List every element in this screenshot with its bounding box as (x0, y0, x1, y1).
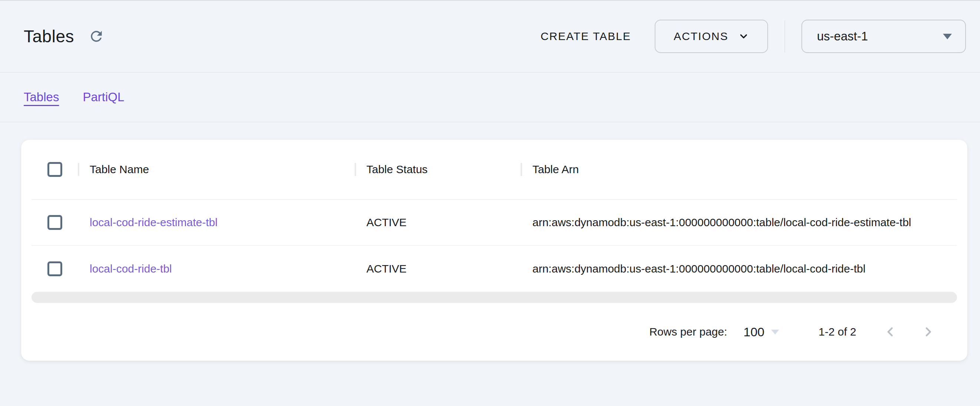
select-all-checkbox[interactable] (48, 162, 62, 177)
header-divider (784, 21, 785, 52)
horizontal-scrollbar[interactable] (32, 292, 957, 303)
table-header-name-cell: Table Name (78, 163, 355, 176)
table-header-arn-cell: Table Arn (520, 163, 957, 176)
row-name-cell: local-cod-ride-estimate-tbl (78, 216, 355, 229)
chevron-down-icon (738, 31, 749, 42)
tabs-bar: Tables PartiQL (0, 73, 980, 122)
row-arn-cell: arn:aws:dynamodb:us-east-1:000000000000:… (520, 262, 957, 275)
column-separator (520, 163, 522, 176)
table-name-link[interactable]: local-cod-ride-estimate-tbl (90, 216, 218, 229)
row-checkbox-cell (32, 261, 78, 276)
rows-per-page-value: 100 (744, 325, 765, 339)
row-name-cell: local-cod-ride-tbl (78, 262, 355, 275)
rows-per-page-select[interactable]: 100 (744, 325, 780, 339)
actions-button[interactable]: ACTIONS (655, 20, 768, 53)
tab-tables[interactable]: Tables (24, 90, 59, 104)
table-status-value: ACTIVE (366, 216, 406, 229)
actions-button-label: ACTIONS (674, 30, 728, 43)
column-header-table-arn: Table Arn (533, 163, 579, 176)
chevron-left-icon (884, 326, 897, 338)
row-checkbox[interactable] (48, 215, 62, 230)
refresh-icon (88, 28, 105, 45)
column-header-table-status: Table Status (366, 163, 428, 176)
row-checkbox-cell (32, 215, 78, 230)
tab-partiql[interactable]: PartiQL (83, 90, 124, 104)
region-select[interactable]: us-east-1 (802, 20, 966, 53)
row-checkbox[interactable] (48, 261, 62, 276)
table-header-checkbox-cell (32, 162, 78, 177)
column-separator (78, 163, 79, 176)
column-separator (355, 163, 356, 176)
next-page-button[interactable] (917, 321, 939, 343)
row-status-cell: ACTIVE (355, 262, 520, 275)
table-status-value: ACTIVE (366, 262, 406, 275)
table-name-link[interactable]: local-cod-ride-tbl (90, 262, 172, 275)
row-status-cell: ACTIVE (355, 216, 520, 229)
create-table-button[interactable]: CREATE TABLE (541, 30, 631, 43)
table-header-row: Table Name Table Status Table Arn (32, 140, 957, 200)
dropdown-caret-icon (943, 34, 952, 39)
column-header-table-name: Table Name (90, 163, 149, 176)
row-arn-cell: arn:aws:dynamodb:us-east-1:000000000000:… (520, 216, 957, 229)
table-header-status-cell: Table Status (355, 163, 520, 176)
tables-card: Table Name Table Status Table Arn local-… (21, 140, 967, 361)
table-arn-value: arn:aws:dynamodb:us-east-1:000000000000:… (533, 216, 911, 229)
pagination-range-label: 1-2 of 2 (818, 326, 856, 338)
pagination-bar: Rows per page: 100 1-2 of 2 (32, 303, 957, 361)
table-row: local-cod-ride-tbl ACTIVE arn:aws:dynamo… (32, 246, 957, 292)
rows-per-page-label: Rows per page: (649, 326, 727, 338)
region-select-value: us-east-1 (817, 29, 868, 43)
chevron-right-icon (922, 326, 934, 338)
page-title: Tables (24, 26, 74, 46)
dropdown-caret-icon (771, 329, 779, 334)
previous-page-button[interactable] (879, 321, 902, 343)
table-row: local-cod-ride-estimate-tbl ACTIVE arn:a… (32, 200, 957, 246)
app-header: Tables CREATE TABLE ACTIONS us-east-1 (0, 1, 980, 73)
table-arn-value: arn:aws:dynamodb:us-east-1:000000000000:… (533, 262, 865, 275)
refresh-button[interactable] (88, 27, 105, 45)
